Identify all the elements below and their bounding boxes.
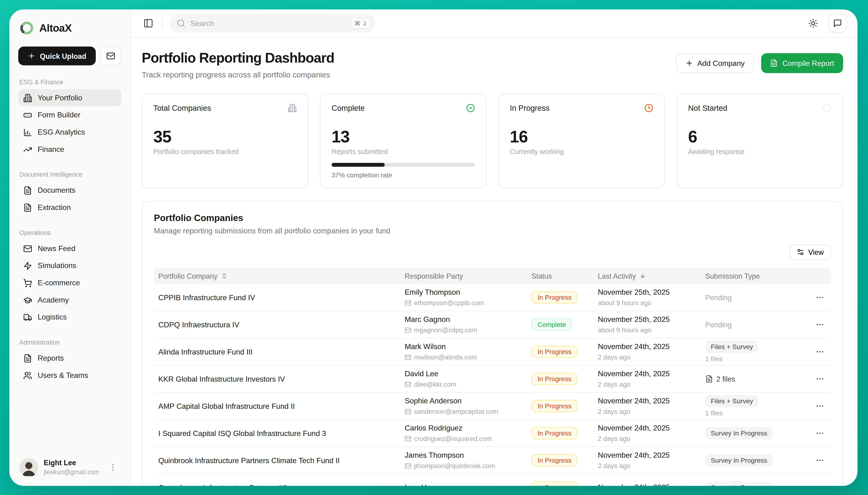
status-badge: In Progress <box>531 400 578 412</box>
sidebar-item-esg-analytics[interactable]: ESG Analytics <box>18 123 121 141</box>
column-header-last-activity[interactable]: Last Activity <box>598 272 705 280</box>
section-label: Document Intelligence <box>19 171 121 178</box>
last-activity-date: November 24th, 2025 <box>598 451 705 460</box>
stat-value: 13 <box>332 127 475 147</box>
submission-type: Pending <box>705 321 731 329</box>
plus-icon <box>685 59 693 67</box>
responsible-name: Emily Thompson <box>405 288 531 297</box>
last-activity-relative: about 9 hours ago <box>598 326 705 334</box>
view-label: View <box>808 248 824 256</box>
company-name: Copenhagen Infrastructure Partners VI <box>154 483 405 486</box>
sidebar-item-label: Your Portfolio <box>38 93 82 102</box>
sidebar-item-your-portfolio[interactable]: Your Portfolio <box>18 89 121 106</box>
row-actions-button[interactable] <box>813 454 827 467</box>
sidebar-toggle-button[interactable] <box>141 16 156 31</box>
sidebar-item-e-commerce[interactable]: E-commerce <box>18 274 121 291</box>
dots-horizontal-icon <box>815 293 824 302</box>
responsible-email: mwilson@alinda.com <box>414 354 477 361</box>
sidebar-item-news-feed[interactable]: News Feed <box>18 240 121 257</box>
row-actions-button[interactable] <box>813 372 827 386</box>
mail-icon <box>23 244 32 253</box>
theme-toggle-button[interactable] <box>806 16 820 31</box>
top-bar: Search ⌘ J <box>131 10 857 38</box>
building-icon <box>288 104 297 113</box>
company-name: AMP Capital Global Infrastructure Fund I… <box>154 402 405 410</box>
dots-horizontal-icon <box>815 347 824 356</box>
section-label: Operations <box>19 229 121 236</box>
row-actions-button[interactable] <box>813 427 827 440</box>
table-row: Quinbrook Infrastructure Partners Climat… <box>154 447 831 474</box>
avatar <box>19 458 38 477</box>
quick-upload-button[interactable]: Quick Upload <box>18 47 95 65</box>
mail-icon <box>106 51 115 61</box>
mail-icon <box>405 408 411 415</box>
panel-left-icon <box>143 18 154 28</box>
feedback-chat-button[interactable] <box>828 14 847 33</box>
last-activity-date: November 24th, 2025 <box>598 396 705 406</box>
status-badge: In Progress <box>531 481 578 486</box>
completion-rate-label: 37% completion rate <box>332 171 475 179</box>
file-text-icon <box>705 375 713 383</box>
responsible-email: mgagnon@cdpq.com <box>414 326 477 334</box>
row-actions-button[interactable] <box>813 481 827 486</box>
user-menu-button[interactable] <box>105 463 121 473</box>
row-actions-button[interactable] <box>813 399 827 413</box>
submission-type-badge: Survey In Progress <box>705 481 773 486</box>
stat-caption: Portfolio companies tracked <box>154 148 297 156</box>
section-label: ESG & Finance <box>19 79 121 85</box>
responsible-email: sanderson@ampcapital.com <box>414 408 498 416</box>
add-company-button[interactable]: Add Company <box>676 53 754 73</box>
sidebar-item-simulations[interactable]: Simulations <box>18 257 121 274</box>
inbox-button[interactable] <box>100 47 121 65</box>
responsible-email: dlee@kkr.com <box>414 381 456 389</box>
column-header-responsible-party: Responsible Party <box>405 272 531 280</box>
sidebar-item-reports[interactable]: Reports <box>18 349 121 367</box>
mail-icon <box>405 381 411 388</box>
stat-value: 6 <box>688 127 832 147</box>
clock-icon <box>644 104 653 113</box>
portfolio-companies-card: Portfolio Companies Manage reporting sub… <box>142 201 843 486</box>
stat-card-not-started: Not Started 6 Awaiting response <box>676 93 843 188</box>
sort-icon <box>221 273 228 279</box>
sidebar-item-logistics[interactable]: Logistics <box>18 309 121 326</box>
sidebar-item-form-builder[interactable]: Form Builder <box>18 106 121 123</box>
circle-icon <box>823 104 832 113</box>
column-header-portfolio-company[interactable]: Portfolio Company <box>154 272 405 280</box>
brand-logo-icon <box>19 20 34 35</box>
row-actions-button[interactable] <box>813 345 827 358</box>
sidebar-item-finance[interactable]: Finance <box>18 141 121 158</box>
row-actions-button[interactable] <box>813 318 827 331</box>
sidebar-item-documents[interactable]: Documents <box>18 182 121 199</box>
user-account: Eight Lee jleekun@gmail.com <box>18 455 121 477</box>
mail-icon <box>405 354 411 361</box>
sidebar-item-label: Documents <box>38 186 75 194</box>
users-icon <box>23 371 32 380</box>
search-icon <box>177 19 185 28</box>
last-activity-date: November 24th, 2025 <box>598 424 705 433</box>
search-input[interactable]: Search ⌘ J <box>170 14 375 33</box>
sidebar-item-extraction[interactable]: Extraction <box>18 199 121 216</box>
mail-icon <box>405 327 411 334</box>
building-icon <box>23 93 32 102</box>
stat-caption: Awaiting response <box>688 148 832 156</box>
row-actions-button[interactable] <box>813 291 827 304</box>
quick-upload-label: Quick Upload <box>40 52 86 60</box>
stat-title: Not Started <box>688 104 727 113</box>
status-badge: In Progress <box>531 373 578 385</box>
dots-horizontal-icon <box>815 375 824 383</box>
dots-horizontal-icon <box>815 402 824 411</box>
submission-files-count: 1 files <box>705 409 808 417</box>
shopping-cart-icon <box>23 278 32 287</box>
table-header: Portfolio Company Responsible Party Stat… <box>154 268 831 284</box>
shortcut-badge: ⌘ J <box>350 18 371 29</box>
compile-report-button[interactable]: Compile Report <box>761 53 843 73</box>
main-area: Search ⌘ J Portfolio Reporting Dashboard <box>131 10 857 486</box>
view-options-button[interactable]: View <box>790 244 831 260</box>
last-activity-date: November 24th, 2025 <box>598 369 705 378</box>
plus-icon <box>28 52 36 60</box>
submission-type-badge: Survey In Progress <box>705 427 773 440</box>
responsible-name: Mark Wilson <box>405 342 531 351</box>
sidebar-item-users-teams[interactable]: Users & Teams <box>18 367 121 384</box>
sidebar-item-academy[interactable]: Academy <box>18 291 121 309</box>
sidebar-item-label: ESG Analytics <box>38 128 85 136</box>
